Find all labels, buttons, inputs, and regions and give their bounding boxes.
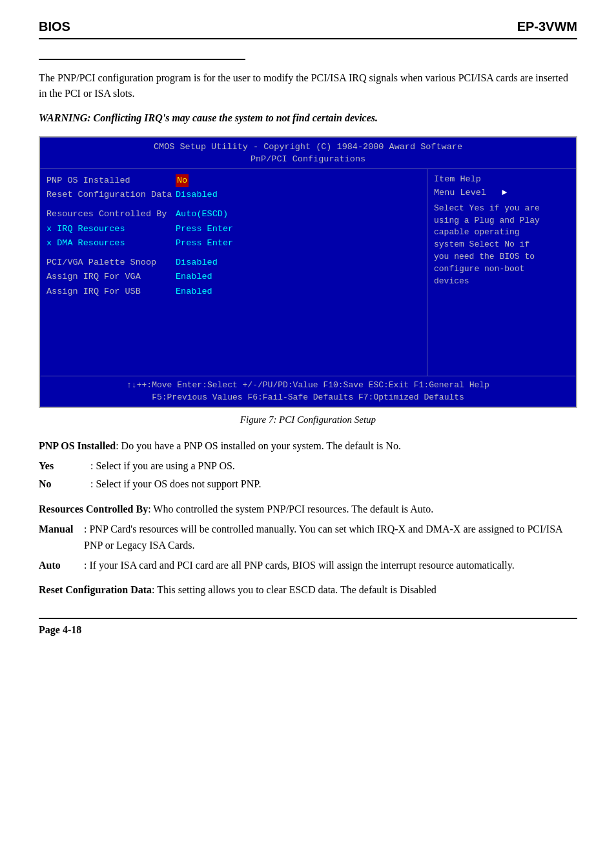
auto-row: Auto : If your ISA card and PCI card are…: [39, 558, 577, 574]
bios-title-line1: CMOS Setup Utility - Copyright (C) 1984-…: [43, 141, 573, 154]
page-number: Page 4-18: [39, 624, 81, 635]
reset-config-term: Reset Configuration Data: [39, 584, 152, 595]
def-row-yes: Yes : Select if you are using a PNP OS.: [39, 458, 577, 474]
page-footer: Page 4-18: [39, 618, 577, 636]
bios-label-resources: Resources Controlled By: [46, 208, 176, 221]
manual-desc: : PNP Card's resources will be controlle…: [84, 522, 577, 554]
bios-value-assign-usb: Enabled: [176, 285, 212, 298]
item-help-title: Item Help: [434, 174, 570, 184]
menu-level-row: Menu Level ►: [434, 188, 570, 198]
page-header: BIOS EP-3VWM: [39, 19, 577, 39]
warning-text: WARNING: Conflicting IRQ's may cause the…: [39, 110, 577, 126]
bios-value-resources: Auto(ESCD): [176, 208, 228, 221]
def-desc-yes: : Select if you are using a PNP OS.: [90, 458, 577, 474]
bios-value-pnp-os: No: [176, 174, 189, 187]
bios-label-pnp-os: PNP OS Installed: [46, 174, 176, 187]
resources-term: Resources Controlled By: [39, 504, 148, 514]
bios-row-assign-usb: Assign IRQ For USB Enabled: [46, 285, 420, 298]
bios-label-dma: x DMA Resources: [46, 237, 176, 250]
reset-config-text: : This setting allows you to clear ESCD …: [152, 584, 436, 595]
bios-row-reset-config: Reset Configuration Data Disabled: [46, 188, 420, 201]
bios-value-palette-snoop: Disabled: [176, 256, 218, 269]
bios-left-panel: PNP OS Installed No Reset Configuration …: [40, 169, 427, 376]
bios-title-line2: PnP/PCI Configurations: [43, 154, 573, 166]
bios-spacer-1: [46, 203, 420, 208]
resources-paragraph: Resources Controlled By: Who controlled …: [39, 502, 577, 518]
resources-definitions: Manual : PNP Card's resources will be co…: [39, 522, 577, 573]
bios-footer-line2: F5:Previous Values F6:Fail-Safe Defaults…: [45, 391, 571, 404]
bios-row-irq: x IRQ Resources Press Enter: [46, 223, 420, 236]
bios-value-dma: Press Enter: [176, 237, 233, 250]
menu-level-arrow: ►: [502, 188, 507, 198]
bios-content-area: PNP OS Installed No Reset Configuration …: [40, 169, 576, 376]
section-pnp-os: PNP OS Installed: Do you have a PNP OS i…: [39, 438, 577, 493]
pnp-os-term: PNP OS Installed: [39, 440, 116, 451]
def-desc-no: : Select if your OS does not support PNP…: [90, 476, 577, 493]
reset-config-paragraph: Reset Configuration Data: This setting a…: [39, 582, 577, 598]
bios-label-palette-snoop: PCI/VGA Palette Snoop: [46, 256, 176, 269]
auto-term: Auto: [39, 558, 84, 574]
bios-label-irq: x IRQ Resources: [46, 223, 176, 236]
intro-paragraph: The PNP/PCI configuration program is for…: [39, 70, 577, 101]
resources-text: : Who controlled the system PNP/PCI reso…: [148, 504, 433, 514]
bios-row-palette-snoop: PCI/VGA Palette Snoop Disabled: [46, 256, 420, 269]
manual-row: Manual : PNP Card's resources will be co…: [39, 522, 577, 554]
pnp-os-paragraph: PNP OS Installed: Do you have a PNP OS i…: [39, 438, 577, 454]
bios-value-reset-config: Disabled: [176, 188, 218, 201]
menu-level-label: Menu Level: [434, 188, 486, 198]
bios-footer-line1: ↑↓++:Move Enter:Select +/-/PU/PD:Value F…: [45, 379, 571, 392]
bios-screen: CMOS Setup Utility - Copyright (C) 1984-…: [39, 136, 577, 408]
section-resources: Resources Controlled By: Who controlled …: [39, 502, 577, 573]
bios-label-reset-config: Reset Configuration Data: [46, 188, 176, 201]
bios-row-assign-vga: Assign IRQ For VGA Enabled: [46, 270, 420, 283]
header-bios-label: BIOS: [39, 19, 70, 34]
help-text: Select Yes if you are using a Plug and P…: [434, 203, 570, 288]
manual-term: Manual: [39, 522, 84, 554]
section-reset-config: Reset Configuration Data: This setting a…: [39, 582, 577, 598]
bios-row-pnp-os: PNP OS Installed No: [46, 174, 420, 187]
figure-caption: Figure 7: PCI Configuration Setup: [39, 414, 577, 425]
bios-row-dma: x DMA Resources Press Enter: [46, 237, 420, 250]
auto-desc: : If your ISA card and PCI card are all …: [84, 558, 577, 574]
header-model-label: EP-3VWM: [517, 19, 577, 34]
bios-label-assign-vga: Assign IRQ For VGA: [46, 270, 176, 283]
bios-label-assign-usb: Assign IRQ For USB: [46, 285, 176, 298]
section-divider: [39, 59, 245, 60]
bios-value-irq: Press Enter: [176, 223, 233, 236]
bios-spacer-2: [46, 251, 420, 256]
bios-footer: ↑↓++:Move Enter:Select +/-/PU/PD:Value F…: [40, 376, 576, 407]
def-term-no: No: [39, 476, 90, 493]
bios-row-resources: Resources Controlled By Auto(ESCD): [46, 208, 420, 221]
def-term-yes: Yes: [39, 458, 90, 474]
bios-right-panel: Item Help Menu Level ► Select Yes if you…: [427, 169, 576, 376]
pnp-os-definitions: Yes : Select if you are using a PNP OS. …: [39, 458, 577, 493]
pnp-os-text: : Do you have a PNP OS installed on your…: [116, 440, 401, 451]
def-row-no: No : Select if your OS does not support …: [39, 476, 577, 493]
bios-value-assign-vga: Enabled: [176, 270, 212, 283]
bios-title-bar: CMOS Setup Utility - Copyright (C) 1984-…: [40, 137, 576, 169]
